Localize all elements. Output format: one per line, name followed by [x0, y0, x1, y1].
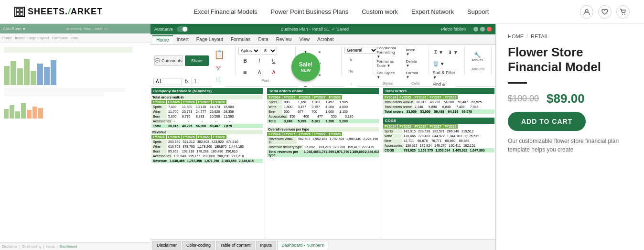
- ribbon-tab-view[interactable]: View: [295, 36, 313, 43]
- sheet-tab-bar: Disclaimer Color-coding Table of content…: [150, 239, 495, 250]
- insert-cells-btn[interactable]: Insert ▼: [405, 47, 419, 57]
- svg-rect-2: [16, 12, 19, 15]
- font-color-btn[interactable]: A: [267, 67, 280, 77]
- ribbon-tab-data[interactable]: Data: [255, 36, 272, 43]
- percent-btn[interactable]: %: [344, 66, 358, 76]
- ribbon-group-number: General $ % , Number: [344, 47, 373, 75]
- excel-titlebar: AutoSave Business Plan - Retail S... ✓ S…: [150, 24, 495, 34]
- font-size-selector[interactable]: 8: [262, 47, 277, 54]
- logo-icon: [14, 7, 25, 17]
- paste-btn[interactable]: 📋: [212, 47, 227, 62]
- ribbon-group-cells: Insert ▼ Delete ▼ Format ▼ Cells: [405, 47, 429, 75]
- clear-btn[interactable]: 🗑️ ▼: [432, 58, 445, 69]
- breadcrumb-home[interactable]: HOME: [508, 33, 524, 39]
- sale-badge: Sale! NEW: [291, 53, 320, 81]
- site-header: SHEETS./ARKET Excel Financial Models Pow…: [0, 0, 644, 24]
- ribbon-body: 💬 Comments Share 📋 ✂️ 📄 🖌️ Clipboard: [150, 45, 495, 76]
- original-price: $100.00: [508, 94, 539, 104]
- sheet-tab-disclaimer[interactable]: Disclaimer: [152, 241, 181, 250]
- left-preview: AutoSave ● Business Plan - Retail S... H…: [0, 24, 150, 250]
- ribbon-tabs: Home Insert Page Layout Formulas Data Re…: [150, 34, 495, 45]
- fill-btn[interactable]: ⬇ ▼: [446, 47, 460, 57]
- breadcrumb-separator: /: [526, 33, 528, 39]
- maximize-btn[interactable]: [480, 27, 485, 32]
- svg-rect-3: [20, 12, 23, 15]
- ribbon-tab-review[interactable]: Review: [272, 36, 296, 43]
- format-as-table-btn[interactable]: Format as Table ▼: [376, 58, 399, 69]
- fill-color-btn[interactable]: A: [253, 67, 266, 77]
- ribbon-tab-acrobat[interactable]: Acrobat: [313, 36, 337, 43]
- ribbon-group-addins: 🔧Add-ins Add-ins: [468, 47, 492, 75]
- italic-btn[interactable]: I: [253, 55, 266, 66]
- sheet-tab-inputs[interactable]: Inputs: [256, 241, 277, 250]
- svg-point-5: [622, 14, 623, 15]
- title-underline: [508, 82, 527, 84]
- ribbon-group-styles: Conditional Formatting ▼ Format as Table…: [376, 47, 402, 75]
- new-label: NEW: [301, 68, 311, 73]
- sale-price: $89.00: [547, 91, 585, 106]
- ribbon-tab-home[interactable]: Home: [152, 35, 173, 43]
- breadcrumb: HOME / RETAIL: [508, 33, 633, 39]
- site-logo[interactable]: SHEETS./ARKET: [14, 7, 103, 17]
- formula-content[interactable]: 1: [192, 78, 493, 85]
- minimize-btn[interactable]: [473, 27, 478, 32]
- heart-icon[interactable]: [598, 5, 612, 19]
- autosum-btn[interactable]: Σ ▼: [432, 47, 445, 57]
- add-to-cart-button[interactable]: ADD TO CART: [508, 112, 586, 131]
- sheet-tab-table-of-content[interactable]: Table of content: [216, 241, 255, 250]
- main-content: AutoSave ● Business Plan - Retail S... H…: [0, 24, 644, 250]
- sale-label: Sale!: [299, 61, 313, 68]
- svg-point-6: [624, 14, 625, 15]
- currency-btn[interactable]: $: [344, 54, 358, 65]
- font-selector[interactable]: Aptos: [238, 47, 260, 54]
- underline-btn[interactable]: U: [267, 55, 280, 66]
- ribbon-group-editing: Σ ▼ ⬇ ▼ 🗑️ ▼ Sort & Filter ▼ Find & Sele…: [432, 47, 465, 75]
- border-btn[interactable]: ▦: [238, 67, 252, 77]
- user-icon[interactable]: [580, 5, 593, 19]
- ribbon-group-clipboard: 📋 ✂️ 📄 🖌️ Clipboard: [212, 47, 236, 75]
- nav-custom-work[interactable]: Custom work: [362, 8, 398, 15]
- product-title: Flower Store Financial Model: [508, 45, 633, 75]
- delete-cells-btn[interactable]: Delete ▼: [405, 58, 419, 69]
- bold-btn[interactable]: B: [238, 55, 252, 66]
- product-info-panel: HOME / RETAIL Flower Store Financial Mod…: [496, 24, 644, 250]
- nav-excel-financial-models[interactable]: Excel Financial Models: [194, 8, 258, 15]
- price-row: $100.00 $89.00: [508, 91, 633, 106]
- number-format-selector[interactable]: General: [344, 47, 378, 54]
- excel-preview-main: Sale! NEW AutoSave Business Plan - Retai…: [150, 24, 496, 250]
- svg-rect-0: [16, 9, 19, 11]
- ribbon-tab-page-layout[interactable]: Page Layout: [193, 36, 227, 43]
- ribbon-tab-formulas[interactable]: Formulas: [227, 36, 255, 43]
- header-icons: [580, 5, 630, 19]
- ribbon-tab-insert[interactable]: Insert: [173, 36, 193, 43]
- cell-reference[interactable]: A1: [153, 78, 182, 85]
- nav-expert-network[interactable]: Expert Network: [411, 8, 454, 15]
- nav-support[interactable]: Support: [467, 8, 489, 15]
- comments-btn[interactable]: 💬 Comments: [154, 55, 183, 66]
- close-btn[interactable]: [487, 27, 492, 32]
- addins-btn[interactable]: 🔧Add-ins: [468, 47, 487, 66]
- product-description: Our customizable flower store financial …: [508, 137, 633, 154]
- cart-icon[interactable]: [616, 5, 630, 19]
- cut-btn[interactable]: ✂️: [212, 63, 225, 74]
- sheet-tab-color-coding[interactable]: Color-coding: [182, 241, 215, 250]
- logo-text: SHEETS./ARKET: [28, 7, 103, 17]
- breadcrumb-category[interactable]: RETAIL: [531, 33, 549, 39]
- spreadsheet-grid: Company dashboard (Numbers) Total orders…: [150, 87, 495, 239]
- conditional-format-btn[interactable]: Conditional Formatting ▼: [376, 47, 399, 57]
- main-nav: Excel Financial Models Power Point Busin…: [194, 8, 489, 15]
- nav-powerpoint-plans[interactable]: Power Point Business Plans: [271, 8, 349, 15]
- share-btn[interactable]: Share: [185, 55, 209, 66]
- sheet-tab-dashboard[interactable]: Dashboard - Numbers: [277, 241, 328, 250]
- svg-rect-1: [20, 9, 23, 11]
- ribbon-group-font: Aptos 8 B I U ▦ A A Font: [238, 47, 296, 75]
